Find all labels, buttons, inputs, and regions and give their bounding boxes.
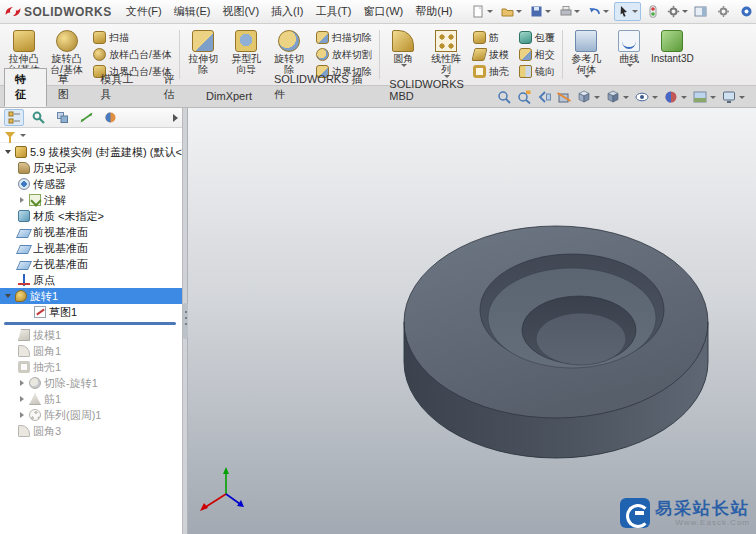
- hide-show-items-button[interactable]: [634, 90, 659, 104]
- zoom-to-area-button[interactable]: [516, 90, 532, 104]
- dropdown-arrow-icon: [401, 64, 407, 67]
- menu-tools[interactable]: 工具(T): [309, 0, 357, 23]
- dropdown-arrow-icon: [652, 96, 658, 99]
- undo-button[interactable]: [585, 2, 612, 21]
- swept-boss-button[interactable]: 扫描: [89, 29, 176, 46]
- model-3d[interactable]: [188, 108, 756, 534]
- intersect-button[interactable]: 相交: [515, 46, 559, 63]
- dimxpertmanager-tab[interactable]: [76, 109, 96, 126]
- new-document-button[interactable]: [469, 2, 496, 21]
- menu-file[interactable]: 文件(F): [120, 0, 168, 23]
- tree-item-revolve1[interactable]: 旋转1: [0, 288, 182, 304]
- tab-features[interactable]: 特征: [4, 68, 47, 107]
- tree-item-history[interactable]: 历史记录: [0, 160, 182, 176]
- curves-button[interactable]: 曲线: [608, 26, 651, 83]
- draft-button[interactable]: 拔模: [469, 46, 513, 63]
- tree-item-part-root[interactable]: 5.9 拔模实例 (封盖建模) (默认<<默认.: [0, 144, 182, 160]
- view-settings-button[interactable]: [721, 90, 746, 104]
- tree-item-rib1[interactable]: 筋1: [0, 391, 182, 407]
- rib-button[interactable]: 筋: [469, 29, 513, 46]
- tab-solidworks-addins[interactable]: SOLIDWORKS 插件: [263, 68, 378, 107]
- displaymanager-tab[interactable]: [100, 109, 120, 126]
- feature-manager-panel: 5.9 拔模实例 (封盖建模) (默认<<默认. 历史记录 传感器 注解 材质 …: [0, 108, 183, 534]
- options-button[interactable]: [664, 2, 691, 21]
- expand-arrow-icon[interactable]: [20, 197, 24, 203]
- instant3d-icon: [661, 30, 683, 52]
- dropdown-arrow-icon: [594, 96, 600, 99]
- previous-view-button[interactable]: [536, 90, 552, 104]
- menu-insert[interactable]: 插入(I): [265, 0, 309, 23]
- menu-window[interactable]: 窗口(W): [358, 0, 410, 23]
- part-icon: [15, 146, 27, 158]
- settings-gear-button[interactable]: [714, 2, 733, 21]
- ribbon-separator: [379, 30, 380, 79]
- view-orientation-button[interactable]: [576, 90, 601, 104]
- save-button[interactable]: [527, 2, 554, 21]
- help-badge-icon[interactable]: [737, 2, 756, 21]
- rollback-bar[interactable]: [4, 322, 176, 325]
- menu-help[interactable]: 帮助(H): [409, 0, 458, 23]
- tree-item-circular-pattern1[interactable]: 阵列(圆周)1: [0, 407, 182, 423]
- edit-appearance-button[interactable]: [663, 90, 688, 104]
- linear-pattern-icon: [435, 30, 457, 52]
- featuremanager-tab[interactable]: [4, 109, 24, 126]
- swept-cut-button[interactable]: 扫描切除: [312, 29, 376, 46]
- apply-scene-button[interactable]: [692, 90, 717, 104]
- menu-edit[interactable]: 编辑(E): [168, 0, 217, 23]
- print-button[interactable]: [556, 2, 583, 21]
- section-view-button[interactable]: [556, 90, 572, 104]
- tree-item-origin[interactable]: 原点: [0, 272, 182, 288]
- expand-arrow-icon[interactable]: [20, 380, 24, 386]
- open-document-button[interactable]: [498, 2, 525, 21]
- wrap-button[interactable]: 包覆: [515, 29, 559, 46]
- tab-mold-tools[interactable]: 模具工具: [89, 68, 152, 107]
- sensors-icon: [18, 178, 30, 190]
- menu-view[interactable]: 视图(V): [216, 0, 265, 23]
- tree-item-annotations[interactable]: 注解: [0, 192, 182, 208]
- zoom-to-fit-button[interactable]: [496, 90, 512, 104]
- fillet-feature-icon: [18, 425, 30, 437]
- sketch-icon: [34, 306, 46, 318]
- configurationmanager-tab[interactable]: [52, 109, 72, 126]
- tree-item-fillet1[interactable]: 圆角1: [0, 343, 182, 359]
- mirror-button[interactable]: 镜向: [515, 63, 559, 80]
- tree-item-front-plane[interactable]: 前视基准面: [0, 224, 182, 240]
- tab-evaluate[interactable]: 评估: [152, 68, 195, 107]
- dropdown-arrow-icon: [545, 10, 551, 13]
- lofted-boss-button[interactable]: 放样凸台/基体: [89, 46, 176, 63]
- tab-sketch[interactable]: 草图: [47, 68, 90, 107]
- tree-item-shell1[interactable]: 抽壳1: [0, 359, 182, 375]
- instant3d-button[interactable]: Instant3D: [651, 26, 694, 83]
- tree-item-sketch1[interactable]: 草图1: [0, 304, 182, 320]
- dropdown-arrow-icon: [20, 134, 26, 137]
- tree-item-cut-revolve1[interactable]: 切除-旋转1: [0, 375, 182, 391]
- propertymanager-tab[interactable]: [28, 109, 48, 126]
- tree-item-right-plane[interactable]: 右视基准面: [0, 256, 182, 272]
- expand-arrow-icon[interactable]: [5, 150, 11, 154]
- titlebar: SOLIDWORKS 文件(F) 编辑(E) 视图(V) 插入(I) 工具(T)…: [0, 0, 756, 24]
- tab-solidworks-mbd[interactable]: SOLIDWORKS MBD: [378, 74, 496, 107]
- tab-dimxpert[interactable]: DimXpert: [195, 86, 263, 107]
- tree-item-draft1[interactable]: 拔模1: [0, 327, 182, 343]
- tree-item-fillet3[interactable]: 圆角3: [0, 423, 182, 439]
- tree-item-sensors[interactable]: 传感器: [0, 176, 182, 192]
- reference-geometry-button[interactable]: 参考几何体: [565, 26, 608, 83]
- panel-manager-tabs: [0, 108, 182, 128]
- hole-wizard-button[interactable]: 异型孔向导: [225, 26, 268, 83]
- display-style-button[interactable]: [605, 90, 630, 104]
- expand-arrow-icon[interactable]: [20, 396, 24, 402]
- task-pane-toggle-button[interactable]: [691, 2, 710, 21]
- tree-item-material[interactable]: 材质 <未指定>: [0, 208, 182, 224]
- tree-item-top-plane[interactable]: 上视基准面: [0, 240, 182, 256]
- panel-collapse-chevron[interactable]: [173, 114, 178, 122]
- filter-funnel-icon[interactable]: [5, 132, 15, 138]
- expand-arrow-icon[interactable]: [5, 294, 11, 298]
- select-tool-button[interactable]: [614, 2, 641, 21]
- quick-access-toolbar: [469, 2, 691, 21]
- expand-arrow-icon[interactable]: [20, 412, 24, 418]
- material-icon: [18, 210, 30, 222]
- feature-tree: 5.9 拔模实例 (封盖建模) (默认<<默认. 历史记录 传感器 注解 材质 …: [0, 143, 182, 439]
- rebuild-button[interactable]: [643, 2, 662, 21]
- graphics-area[interactable]: 易采站长站 Www.Easck.Com: [188, 108, 756, 534]
- lofted-cut-button[interactable]: 放样切割: [312, 46, 376, 63]
